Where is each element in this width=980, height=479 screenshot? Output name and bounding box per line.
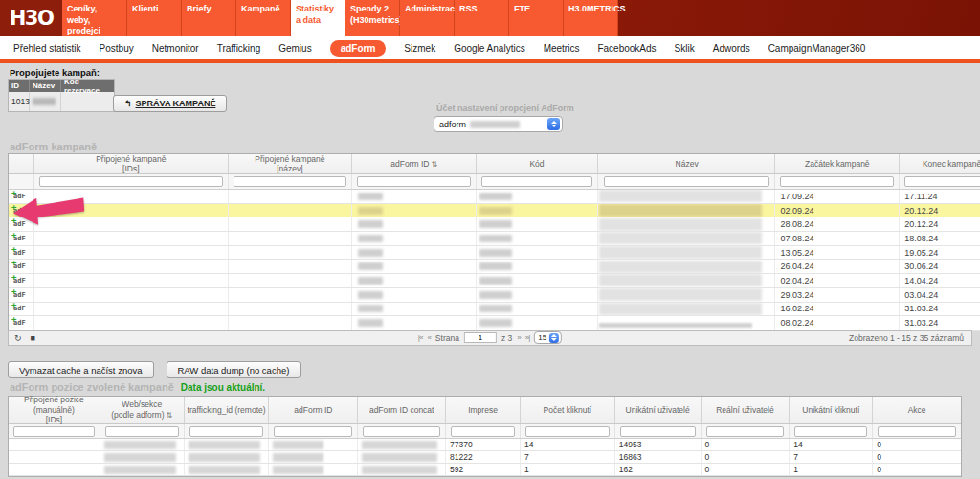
col-linked-ids[interactable]: Připojené kampaně [IDs] [34,154,229,173]
campaign-row[interactable]: +adF 02.09.24 20.12.24 [9,204,980,218]
cell-linked-ids [34,190,229,203]
top-tab[interactable]: Spendy 2 (H30metrics) [345,0,400,36]
prev-page-icon[interactable]: « [427,333,430,342]
first-page-icon[interactable]: |« [418,333,423,342]
filter-linked-name[interactable] [234,176,347,187]
subnav-item[interactable]: Sizmek [404,43,435,54]
filter-linked-ids[interactable] [39,176,223,187]
filter-kod[interactable] [481,176,592,187]
position-row[interactable]: 592 1 162 0 1 0 [9,464,961,476]
adform-link-icon[interactable]: +adF [13,262,26,270]
campaign-row[interactable]: +adF 13.05.24 19.05.24 [9,246,980,261]
adform-link-icon[interactable]: +adF [13,193,26,200]
top-tab[interactable]: Briefy [182,0,236,36]
col-clicks[interactable]: Počet kliknutí [521,397,615,423]
manage-campaign-button[interactable]: ↰ SPRÁVA KAMPANĚ [113,95,227,112]
subnav-item[interactable]: Adwords [713,43,750,54]
app-logo[interactable]: H3O [0,0,62,36]
page-number-input[interactable] [464,332,497,343]
subnav-item[interactable]: Gemius [278,43,311,54]
top-tab[interactable]: Klienti [127,0,182,36]
subnav-item[interactable]: adForm [330,40,387,57]
position-row[interactable]: 81222 7 16863 0 7 0 [9,451,961,464]
top-tab[interactable]: Kampaně [236,0,291,36]
col-kod[interactable]: Kód [477,154,598,173]
sort-icon[interactable]: ⇅ [431,160,437,169]
top-tab[interactable]: RSS [455,0,509,36]
filter-adform-id-concat[interactable] [363,426,440,437]
subnav-item[interactable]: Přehled statistik [13,43,81,54]
adform-account-select[interactable]: adform [434,116,563,132]
subnav-item[interactable]: Google Analytics [454,43,525,54]
filter-end[interactable] [904,176,980,187]
filter-positions-ids[interactable] [13,426,95,437]
adform-link-icon[interactable]: +adF [13,277,26,285]
col-web-section[interactable]: Web/sekce (podle adform)⇅ [100,397,185,423]
col-linked-name[interactable]: Připojené kampaně [název] [229,154,353,173]
cell-positions-ids [9,464,100,475]
adform-link-icon[interactable]: +adF [13,305,26,312]
adform-link-icon[interactable]: +adF [13,207,26,215]
campaign-row[interactable]: +adF 26.04.24 30.06.24 [9,260,980,274]
filter-unique-clicks[interactable] [794,426,867,437]
col-unique-users[interactable]: Unikátní uživatelé [615,397,702,423]
filter-clicks[interactable] [525,426,610,437]
filter-adform-id[interactable] [357,176,471,187]
sort-icon[interactable]: ⇅ [167,411,173,420]
filter-trafficking-id[interactable] [189,426,264,437]
col-adform-id[interactable]: adForm ID [269,397,358,423]
grid-columns-icon[interactable]: ■ [31,333,35,343]
campaign-row[interactable]: +adF 07.08.24 18.08.24 [9,232,980,246]
campaign-row[interactable]: +adF 16.02.24 31.03.24 [9,303,980,317]
reload-grid-icon[interactable]: ↻ [14,333,22,343]
linked-campaign-row[interactable]: 1013 [9,92,114,111]
col-nazev[interactable]: Název [598,154,776,173]
campaign-row[interactable]: +adF 17.09.24 17.11.24 [9,190,980,204]
campaign-row[interactable]: +adF 02.04.24 14.04.24 [9,274,980,288]
filter-real-users[interactable] [706,426,785,437]
subnav-item[interactable]: FacebookAds [597,43,656,54]
campaign-row[interactable]: +adF 28.08.24 20.12.24 [9,217,980,232]
top-tab[interactable]: Statistiky a data [291,0,345,36]
adform-link-icon[interactable]: +adF [13,291,26,299]
top-tab[interactable]: Administrace [400,0,455,36]
adform-link-icon[interactable]: +adF [13,319,26,327]
filter-nazev[interactable] [604,176,770,187]
subnav-item[interactable]: Sklik [675,43,695,54]
filter-start[interactable] [780,176,894,187]
filter-impressions[interactable] [451,426,515,437]
next-page-icon[interactable]: » [517,333,520,342]
subnav-item[interactable]: Postbuy [100,43,134,54]
filter-unique-users[interactable] [620,426,696,437]
col-adform-id-concat[interactable]: adForm ID concat [358,397,446,423]
filter-adform-id[interactable] [274,426,352,437]
adform-link-icon[interactable]: +adF [13,235,26,242]
col-actions[interactable]: Akce [873,397,961,423]
col-impressions[interactable]: Imprese [446,397,521,423]
col-unique-clicks[interactable]: Unikátní kliknutí [790,397,873,423]
top-tab[interactable]: FTE [509,0,564,36]
col-positions-ids[interactable]: Připojené pozice (manuálně)[IDs] [9,397,100,423]
adform-link-icon[interactable]: +adF [13,249,26,257]
col-start[interactable]: Začátek kampaně [775,154,900,173]
col-real-users[interactable]: Reální uživatelé [702,397,791,423]
subnav-item[interactable]: Netmonitor [152,43,199,54]
subnav-item[interactable]: Meetrics [544,43,580,54]
subnav-item[interactable]: CampaignManager360 [768,43,866,54]
position-row[interactable]: 77370 14 14953 0 14 0 [9,439,961,451]
col-adform-id[interactable]: adForm ID⇅ [352,154,477,173]
page-size-select[interactable]: 15 [534,331,562,344]
top-tab[interactable]: Ceníky, weby, prodejci [62,0,127,36]
top-tab[interactable]: H3.0METRICS [564,0,618,36]
clear-cache-button[interactable]: Vymazat cache a načíst znova [8,361,154,378]
filter-web-section[interactable] [105,426,179,437]
adform-link-icon[interactable]: +adF [13,220,26,228]
col-trafficking-id[interactable]: trafficking_id (remote) [185,397,270,423]
campaign-row[interactable]: +adF 29.03.24 03.04.24 [9,288,980,303]
col-end[interactable]: Konec kampaně [900,154,980,173]
raw-dump-button[interactable]: RAW data dump (no cache) [167,361,301,378]
last-page-icon[interactable]: »| [525,333,530,342]
filter-actions[interactable] [878,426,956,437]
campaign-row[interactable]: +adF 08.02.24 31.03.24 [9,316,980,331]
subnav-item[interactable]: Trafficking [217,43,261,54]
